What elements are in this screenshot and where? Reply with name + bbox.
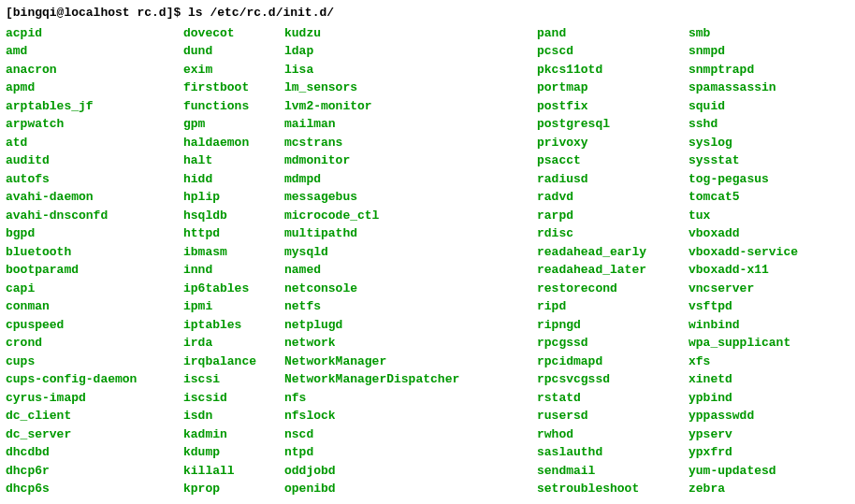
list-item: xinetd [688,370,848,389]
list-item: snmpd [688,42,848,61]
list-item: openibd [284,480,537,498]
list-item: multipathd [284,224,537,243]
list-item: lisa [284,61,537,79]
list-item: rusersd [537,407,688,425]
column-0: acpidamdanacronapmdarptables_jfarpwatcha… [6,24,183,498]
list-item: sendmail [537,462,688,481]
list-item: avahi-daemon [6,188,183,207]
list-item: ypxfrd [688,443,848,462]
list-item: capi [6,280,183,298]
list-item: cpuspeed [6,316,183,335]
list-item: iscsid [183,389,284,408]
list-item: radvd [537,188,688,207]
list-item: ntpd [284,443,537,462]
list-item: netconsole [284,280,537,298]
list-item: lvm2-monitor [284,97,537,116]
list-item: mailman [284,115,537,134]
list-item: spamassassin [688,79,848,97]
list-item: crond [6,334,183,353]
list-item: dc_server [6,425,183,444]
list-item: kadmin [183,425,284,444]
list-item: psacct [537,151,688,170]
list-item: network [284,334,537,353]
list-item: kudzu [284,24,537,43]
list-item: zebra [688,480,848,498]
list-item: innd [183,261,284,280]
list-item: postgresql [537,115,688,134]
list-item: ibmasm [183,243,284,262]
list-item: atd [6,134,183,152]
list-item: netfs [284,297,537,316]
list-item: nfs [284,389,537,408]
list-item: vboxadd [688,224,848,243]
list-item: kprop [183,480,284,498]
list-item: isdn [183,407,284,425]
list-item: radiusd [537,170,688,189]
list-item: vsftpd [688,297,848,316]
list-item: tux [688,207,848,225]
list-item: saslauthd [537,443,688,462]
list-item: vboxadd-service [688,243,848,262]
list-item: kdump [183,443,284,462]
list-item: exim [183,61,284,79]
list-item: ypbind [688,389,848,408]
list-item: winbind [688,316,848,335]
list-item: autofs [6,170,183,189]
list-item: named [284,261,537,280]
list-item: messagebus [284,188,537,207]
list-item: rpcsvcgssd [537,370,688,389]
list-item: dovecot [183,24,284,43]
list-item: xfs [688,353,848,371]
list-item: sshd [688,115,848,134]
list-item: arpwatch [6,115,183,134]
list-item: rpcidmapd [537,353,688,371]
list-item: nscd [284,425,537,444]
column-4: smbsnmpdsnmptrapdspamassassinsquidsshdsy… [688,24,848,498]
ls-output: acpidamdanacronapmdarptables_jfarpwatcha… [6,24,849,498]
list-item: conman [6,297,183,316]
list-item: arptables_jf [6,97,183,116]
list-item: ripngd [537,316,688,335]
list-item: firstboot [183,79,284,97]
list-item: bluetooth [6,243,183,262]
list-item: restorecond [537,280,688,298]
list-item: auditd [6,151,183,170]
list-item: readahead_later [537,261,688,280]
list-item: privoxy [537,134,688,152]
list-item: gpm [183,115,284,134]
list-item: yppasswdd [688,407,848,425]
column-3: pandpcscdpkcs11otdportmappostfixpostgres… [537,24,688,498]
list-item: portmap [537,79,688,97]
list-item: hidd [183,170,284,189]
list-item: setroubleshoot [537,480,688,498]
list-item: tog-pegasus [688,170,848,189]
list-item: smb [688,24,848,43]
list-item: ip6tables [183,280,284,298]
list-item: hplip [183,188,284,207]
list-item: mysqld [284,243,537,262]
column-2: kudzuldaplisalm_sensorslvm2-monitormailm… [284,24,537,498]
list-item: microcode_ctl [284,207,537,225]
list-item: pkcs11otd [537,61,688,79]
list-item: hsqldb [183,207,284,225]
list-item: NetworkManager [284,353,537,371]
list-item: wpa_supplicant [688,334,848,353]
list-item: postfix [537,97,688,116]
list-item: rstatd [537,389,688,408]
list-item: amd [6,42,183,61]
list-item: bootparamd [6,261,183,280]
list-item: apmd [6,79,183,97]
list-item: ypserv [688,425,848,444]
list-item: ldap [284,42,537,61]
list-item: anacron [6,61,183,79]
list-item: mcstrans [284,134,537,152]
list-item: functions [183,97,284,116]
list-item: snmptrapd [688,61,848,79]
list-item: httpd [183,224,284,243]
list-item: netplugd [284,316,537,335]
list-item: ripd [537,297,688,316]
list-item: NetworkManagerDispatcher [284,370,537,389]
list-item: dhcdbd [6,443,183,462]
list-item: iptables [183,316,284,335]
list-item: rpcgssd [537,334,688,353]
